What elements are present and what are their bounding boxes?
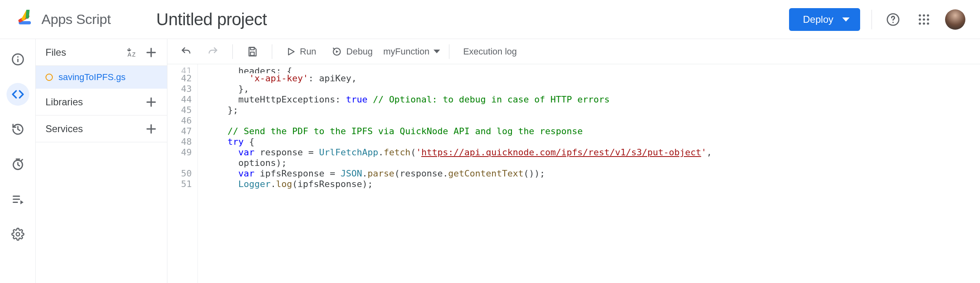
svg-point-13 xyxy=(923,22,925,25)
svg-rect-35 xyxy=(250,52,254,55)
apps-script-logo-icon xyxy=(15,10,34,29)
svg-marker-38 xyxy=(336,50,339,53)
line-gutter: 4142434445464748495051 xyxy=(167,64,197,283)
add-file-icon[interactable] xyxy=(145,46,157,59)
undo-button[interactable] xyxy=(176,44,197,60)
deploy-label: Deploy xyxy=(803,14,833,25)
debug-label: Debug xyxy=(346,46,373,57)
run-button[interactable]: Run xyxy=(281,44,321,59)
deploy-button[interactable]: Deploy xyxy=(789,8,860,31)
svg-rect-34 xyxy=(250,47,254,50)
svg-text:A: A xyxy=(128,52,132,58)
files-label: Files xyxy=(46,47,66,58)
editor-icon[interactable] xyxy=(7,83,29,106)
services-row: Services xyxy=(36,115,167,142)
settings-icon[interactable] xyxy=(7,223,29,246)
overview-icon[interactable] xyxy=(7,48,29,71)
divider xyxy=(449,44,449,59)
divider xyxy=(872,10,872,29)
file-name: savingToIPFS.gs xyxy=(59,72,126,83)
divider xyxy=(232,44,233,59)
svg-marker-36 xyxy=(288,48,294,55)
libraries-row: Libraries xyxy=(36,89,167,115)
code-content[interactable]: headers: { 'x-api-key': apiKey, }, muteH… xyxy=(197,64,980,283)
editor-toolbar: Run Debug myFunction Execution log xyxy=(167,39,980,64)
svg-point-8 xyxy=(927,14,929,17)
left-rail xyxy=(0,39,36,283)
libraries-label: Libraries xyxy=(46,96,83,108)
chevron-down-icon xyxy=(842,17,850,22)
sort-az-icon[interactable]: AZ xyxy=(126,46,138,59)
editor-area: Run Debug myFunction Execution log 41424… xyxy=(167,39,980,283)
code-editor[interactable]: 4142434445464748495051 headers: { 'x-api… xyxy=(167,64,980,283)
brand[interactable]: Apps Script xyxy=(15,10,111,29)
top-bar: Apps Script Untitled project Deploy xyxy=(0,0,980,39)
svg-text:Z: Z xyxy=(132,52,135,58)
function-select[interactable]: myFunction xyxy=(383,46,440,57)
file-item[interactable]: savingToIPFS.gs xyxy=(36,66,167,89)
svg-line-20 xyxy=(21,159,22,160)
executions-icon[interactable] xyxy=(7,188,29,211)
svg-point-7 xyxy=(923,14,925,17)
svg-point-5 xyxy=(892,22,893,23)
svg-point-17 xyxy=(17,56,18,57)
svg-line-39 xyxy=(334,48,335,49)
function-name: myFunction xyxy=(383,46,429,57)
svg-point-25 xyxy=(16,233,20,236)
avatar[interactable] xyxy=(945,9,965,30)
svg-point-6 xyxy=(919,14,921,17)
brand-text: Apps Script xyxy=(41,11,111,27)
apps-grid-icon[interactable] xyxy=(914,10,934,29)
svg-point-9 xyxy=(919,18,921,21)
debug-button[interactable]: Debug xyxy=(327,44,377,59)
divider xyxy=(272,44,272,59)
chevron-down-icon xyxy=(434,50,440,53)
files-header: Files AZ xyxy=(36,39,167,66)
save-button[interactable] xyxy=(242,44,263,60)
project-title[interactable]: Untitled project xyxy=(156,10,267,29)
add-service-icon[interactable] xyxy=(145,123,157,135)
files-panel: Files AZ savingToIPFS.gs Libraries Servi… xyxy=(36,39,167,283)
execlog-label: Execution log xyxy=(463,46,517,57)
unsaved-indicator-icon xyxy=(46,74,53,81)
run-label: Run xyxy=(300,46,316,57)
redo-button[interactable] xyxy=(202,44,223,60)
history-icon[interactable] xyxy=(7,118,29,141)
svg-marker-24 xyxy=(20,200,24,205)
triggers-icon[interactable] xyxy=(7,153,29,176)
execution-log-button[interactable]: Execution log xyxy=(458,44,522,59)
svg-point-12 xyxy=(919,22,921,25)
svg-point-11 xyxy=(927,18,929,21)
services-label: Services xyxy=(46,123,83,135)
add-library-icon[interactable] xyxy=(145,96,157,108)
svg-point-10 xyxy=(923,18,925,21)
svg-point-14 xyxy=(927,22,929,25)
help-icon[interactable] xyxy=(883,10,903,29)
